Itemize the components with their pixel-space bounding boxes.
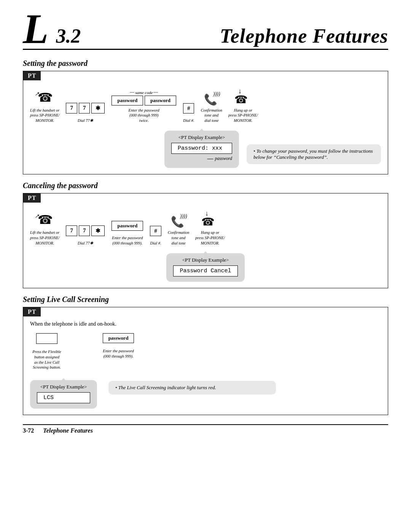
header-number: 3.2 (56, 25, 81, 47)
section1-pt-label: PT (23, 71, 41, 80)
handset-lift-icon: ↗ ☎ (35, 85, 55, 105)
key-star: ✱ (91, 103, 105, 113)
section1-bubble-box: <PT Display Example> Password: xxx — pas… (164, 131, 239, 168)
section2-bubble-box: <PT Display Example> Password Cancel (166, 253, 244, 282)
step4-hash: # Dial #. (183, 103, 195, 123)
step1-handset: ↗ ☎ Lift the handset orpress SP-PHONE/MO… (30, 85, 59, 123)
key-password1: password (112, 96, 143, 105)
step3-label: Enter the password(000 through 999) twic… (127, 108, 161, 123)
step5-confirm: 📞 )))) Confirmationtone anddial tone (201, 89, 222, 123)
s2-step3-label: Enter the password(000 through 999). (112, 235, 143, 246)
s2-confirmation-icon: 📞 )))) (170, 211, 187, 228)
section2-title: Canceling the password (23, 181, 388, 190)
section1-diagram: PT ↗ ☎ Lift the handset orpress SP-PHONE… (23, 71, 388, 175)
svg-text:)))): )))) (180, 213, 187, 219)
hangup-icon: ↓ ☎ (233, 86, 253, 105)
svg-text:)))): )))) (213, 91, 220, 97)
section1-display-area: <PT Display Example> Password: xxx — pas… (30, 127, 381, 168)
section3-pt-label: PT (23, 307, 41, 316)
page-footer: 3-72 Telephone Features (23, 424, 388, 434)
step2-label: Dial 77✱ (78, 118, 93, 123)
s3-step1-label: Press the Flexible button assignedas the… (30, 349, 64, 370)
section3-steps-row: Press the Flexible button assignedas the… (30, 333, 381, 370)
s2-handset-icon: ↗ ☎ (35, 207, 55, 228)
step4-label: Dial #. (183, 118, 194, 123)
s3-step1-flex: Press the Flexible button assignedas the… (30, 333, 64, 370)
section3-content: When the telephone is idle and on-hook. … (23, 316, 388, 415)
s2-key-star: ✱ (91, 225, 105, 236)
page-header: L 3.2 Telephone Features (23, 11, 388, 50)
section3-title: Setting Live Call Screening (23, 295, 388, 304)
svg-text:☎: ☎ (38, 213, 53, 227)
flex-button-icon (36, 333, 57, 344)
section3-bubble-box: <PT Display Example> LCS (30, 380, 97, 409)
s3-step2-password: password Enter the password (000 through… (102, 333, 135, 370)
s2-key-7b: 7 (79, 225, 90, 236)
section1-bubble: <PT Display Example> Password: xxx — pas… (164, 127, 239, 168)
header-title: Telephone Features (220, 25, 388, 47)
section1-steps-row: ↗ ☎ Lift the handset orpress SP-PHONE/MO… (30, 85, 381, 123)
section2-steps-row: ↗ ☎ Lift the handset orpress SP-PHONE/MO… (30, 207, 381, 246)
section1-tip: • To change your password, you must foll… (247, 144, 381, 164)
s2-key-password: password (112, 221, 143, 231)
step3-password: same code password password Enter the pa… (111, 90, 177, 123)
svg-text:☎: ☎ (38, 91, 53, 104)
section2-pt-label: PT (23, 193, 41, 203)
s2-step3-password: password Enter the password(000 through … (111, 221, 143, 246)
s2-step1-label: Lift the handset orpress SP-PHONE/MONITO… (30, 230, 59, 246)
section3-tip: • The Live Call Screening indicator ligh… (108, 381, 276, 395)
s2-step1-handset: ↗ ☎ Lift the handset orpress SP-PHONE/MO… (30, 207, 59, 246)
section2-display-screen: Password Cancel (173, 265, 237, 276)
key-7a: 7 (66, 103, 77, 113)
same-code-annotation: same code (130, 90, 158, 95)
footer-title: Telephone Features (43, 427, 93, 434)
s2-key-hash: # (150, 226, 161, 236)
section1-display-label: <PT Display Example> (178, 134, 225, 141)
footer-page: 3-72 (23, 427, 34, 434)
section3-display-label: <PT Display Example> (40, 384, 87, 390)
key-password2: password (145, 96, 176, 105)
section2-display-label: <PT Display Example> (182, 257, 229, 263)
s2-key-7a: 7 (66, 225, 77, 236)
section3-diagram: PT When the telephone is idle and on-hoo… (23, 307, 388, 415)
s2-step4-label: Dial #. (150, 241, 161, 246)
section2-diagram: PT ↗ ☎ Lift the handset orpress SP-PHONE… (23, 193, 388, 288)
step6-hangup: ↓ ☎ Hang up orpress SP-PHONE/MONITOR. (228, 86, 258, 123)
key-7b: 7 (79, 103, 90, 113)
step1-label: Lift the handset orpress SP-PHONE/MONITO… (30, 108, 59, 123)
step5-label: Confirmationtone anddial tone (201, 108, 222, 123)
section2-display-area: <PT Display Example> Password Cancel (30, 249, 381, 282)
svg-text:☎: ☎ (234, 94, 248, 105)
section1-title: Setting the password (23, 59, 388, 68)
step6-label: Hang up orpress SP-PHONE/MONITOR. (228, 108, 258, 123)
section3-tip-col: • The Live Call Screening indicator ligh… (108, 376, 381, 395)
section2-content: ↗ ☎ Lift the handset orpress SP-PHONE/MO… (23, 203, 388, 288)
s2-step6-hangup: ↓ ☎ Hang up orpress SP-PHONE/MONITOR. (195, 209, 225, 246)
section1-content: ↗ ☎ Lift the handset orpress SP-PHONE/MO… (23, 80, 388, 174)
section3-lower: <PT Display Example> LCS • The Live Call… (30, 376, 381, 409)
section3-idle-note: When the telephone is idle and on-hook. (30, 321, 381, 327)
s2-step5-confirm: 📞 )))) Confirmationtone anddial tone (168, 211, 190, 246)
s3-key-password: password (103, 333, 134, 343)
s3-step2-label: Enter the password (000 through 999). (102, 348, 135, 359)
header-letter: L (23, 11, 48, 47)
section3-display-col: <PT Display Example> LCS (30, 376, 97, 409)
s2-hangup-icon: ↓ ☎ (200, 209, 220, 228)
s2-step6-label: Hang up orpress SP-PHONE/MONITOR. (195, 230, 225, 246)
section1-display-annotation: password (215, 156, 232, 161)
svg-text:☎: ☎ (201, 216, 215, 228)
key-hash1: # (183, 103, 194, 113)
s2-step5-label: Confirmationtone anddial tone (168, 230, 190, 246)
section1-display-screen: Password: xxx (171, 143, 232, 154)
s2-step2-dial: 7 7 ✱ Dial 77✱ (65, 225, 105, 246)
step2-dial: 7 7 ✱ Dial 77✱ (65, 103, 105, 123)
section3-display-screen: LCS (37, 392, 90, 403)
confirmation-icon: 📞 )))) (203, 89, 220, 105)
s2-step2-label: Dial 77✱ (78, 241, 93, 246)
s2-step4-hash: # Dial #. (150, 226, 162, 246)
